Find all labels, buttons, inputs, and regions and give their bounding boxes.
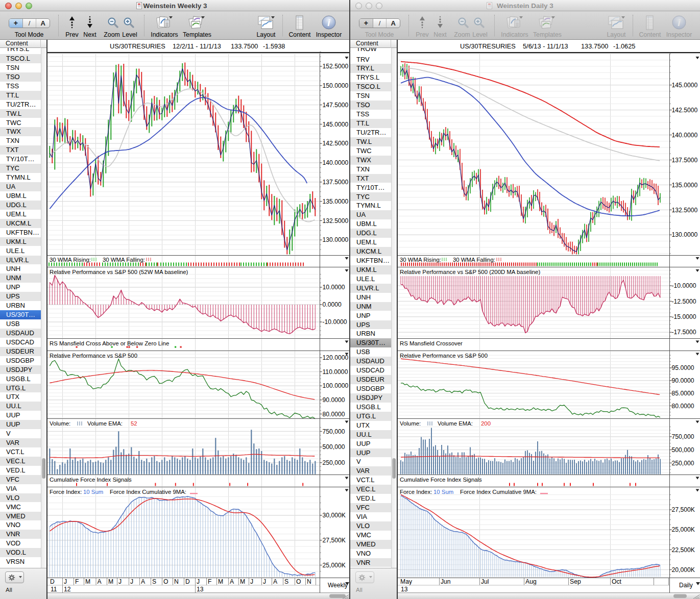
svg-text:10 Sum: 10 Sum [83, 489, 103, 495]
svg-text:10 Sum: 10 Sum [433, 489, 453, 495]
svg-text:RS Mansfield Crossover: RS Mansfield Crossover [400, 340, 463, 346]
svg-text:Weekly: Weekly [328, 582, 348, 589]
svg-text:M: M [240, 578, 245, 585]
svg-text:30 WMA Rising:: 30 WMA Rising: [400, 257, 441, 263]
svg-text:140.0000: 140.0000 [672, 132, 698, 139]
svg-text:Volume:: Volume: [50, 420, 70, 427]
svg-text:100.0000: 100.0000 [323, 382, 349, 389]
svg-text:Volume EMA:: Volume EMA: [438, 420, 473, 427]
svg-text:20,000K: 20,000K [672, 566, 695, 573]
svg-text:27,500K: 27,500K [672, 506, 695, 513]
svg-text:120.0000: 120.0000 [323, 354, 349, 361]
svg-text:D: D [185, 578, 190, 585]
svg-text:13: 13 [401, 586, 408, 593]
svg-text:135.0000: 135.0000 [323, 198, 349, 205]
svg-text:Relative Performance vs S&P 50: Relative Performance vs S&P 500 [400, 353, 488, 359]
svg-text:11: 11 [51, 586, 57, 593]
svg-text:A: A [141, 578, 146, 585]
svg-text:S: S [152, 578, 156, 585]
svg-text:Force Index:: Force Index: [50, 489, 82, 495]
svg-text:110.0000: 110.0000 [323, 368, 348, 376]
svg-text:Cumulative Force Index Signals: Cumulative Force Index Signals [400, 477, 482, 483]
svg-text:J: J [64, 578, 67, 585]
svg-text:-10.0000: -10.0000 [323, 318, 347, 326]
svg-text:25,000K: 25,000K [672, 526, 695, 533]
svg-text:142.5000: 142.5000 [672, 107, 698, 114]
svg-text:25,000K: 25,000K [323, 562, 346, 569]
svg-text:13: 13 [197, 586, 204, 593]
svg-text:Jul: Jul [481, 578, 489, 585]
svg-text:500,000: 500,000 [672, 446, 694, 454]
svg-text:0.0000: 0.0000 [323, 301, 342, 308]
svg-text:Daily: Daily [679, 582, 693, 589]
svg-text:12: 12 [64, 586, 71, 593]
svg-text:52: 52 [131, 420, 137, 427]
svg-text:Volume:: Volume: [400, 420, 421, 427]
svg-text:95.0000: 95.0000 [672, 364, 694, 371]
svg-text:90.0000: 90.0000 [672, 377, 694, 384]
svg-text:O: O [296, 578, 301, 585]
svg-text:10.0000: 10.0000 [323, 284, 345, 291]
svg-text:145.0000: 145.0000 [323, 121, 349, 128]
svg-text:RS Mansfield Cross Above or Be: RS Mansfield Cross Above or Below Zero L… [50, 340, 169, 346]
svg-text:S: S [284, 578, 288, 585]
svg-text:J: J [130, 578, 133, 585]
svg-text:142.5000: 142.5000 [323, 140, 349, 147]
svg-text:80.0000: 80.0000 [323, 411, 345, 418]
svg-text:132.5000: 132.5000 [323, 217, 349, 224]
svg-text:80.0000: 80.0000 [672, 403, 694, 410]
svg-text:Relative Performance vs S&P 50: Relative Performance vs S&P 500 [50, 353, 137, 359]
svg-text:250,000: 250,000 [323, 459, 345, 466]
svg-text:F: F [208, 578, 211, 585]
svg-text:130.0000: 130.0000 [672, 231, 698, 238]
svg-text:Oct: Oct [612, 578, 622, 585]
svg-text:132.5000: 132.5000 [672, 207, 698, 214]
svg-text:Relative Performance vs S&P 50: Relative Performance vs S&P 500 (52W MA … [50, 269, 188, 275]
svg-text:Volume EMA:: Volume EMA: [87, 420, 123, 427]
svg-text:140.0000: 140.0000 [323, 159, 349, 166]
svg-text:30 WMA Rising:: 30 WMA Rising: [50, 257, 91, 263]
svg-text:A: A [98, 578, 102, 585]
svg-text:Jun: Jun [441, 578, 451, 585]
svg-text:-10.0000: -10.0000 [672, 282, 696, 289]
svg-text:500,000: 500,000 [323, 443, 345, 451]
svg-text:Cumulative Force Index Signals: Cumulative Force Index Signals [50, 477, 132, 483]
svg-text:May: May [400, 578, 413, 585]
svg-text:750,000: 750,000 [672, 433, 694, 440]
svg-text:137.5000: 137.5000 [672, 157, 698, 164]
svg-text:152.5000: 152.5000 [323, 63, 349, 70]
svg-text:J: J [118, 578, 122, 585]
svg-text:250,000: 250,000 [672, 460, 694, 467]
svg-text:J: J [263, 578, 266, 585]
svg-text:M: M [108, 578, 113, 585]
svg-text:N: N [307, 578, 311, 585]
svg-text:27,500K: 27,500K [323, 537, 346, 544]
svg-text:200: 200 [481, 420, 491, 427]
svg-text:N: N [174, 578, 179, 585]
svg-text:J: J [197, 578, 200, 585]
svg-text:-12.5000: -12.5000 [672, 298, 696, 305]
svg-text:85.0000: 85.0000 [672, 390, 694, 397]
svg-text:22,500K: 22,500K [672, 546, 695, 554]
svg-text:A: A [273, 578, 278, 585]
svg-text:-15.0000: -15.0000 [672, 313, 696, 320]
svg-text:147.5000: 147.5000 [323, 102, 349, 109]
svg-text:D: D [50, 578, 55, 585]
svg-text:F: F [75, 578, 79, 585]
svg-text:Relative Performance vs S&P 50: Relative Performance vs S&P 500 (200D MA… [400, 269, 540, 275]
svg-text:Sep: Sep [570, 578, 581, 585]
svg-text:30 WMA Falling:: 30 WMA Falling: [453, 257, 495, 263]
svg-text:90.0000: 90.0000 [323, 396, 345, 404]
svg-text:137.5000: 137.5000 [323, 179, 349, 186]
svg-text:135.0000: 135.0000 [672, 182, 698, 189]
svg-text:30,000K: 30,000K [323, 512, 346, 519]
svg-text:Force Index Cumulative 9MA:: Force Index Cumulative 9MA: [110, 489, 186, 495]
svg-text:750,000: 750,000 [323, 428, 345, 435]
svg-text:130.0000: 130.0000 [323, 236, 349, 243]
svg-text:Force Index Cumulative 9MA:: Force Index Cumulative 9MA: [460, 489, 537, 495]
svg-text:Aug: Aug [525, 578, 537, 585]
svg-text:M: M [85, 578, 90, 585]
svg-text:M: M [218, 578, 223, 585]
svg-text:150.0000: 150.0000 [323, 82, 349, 89]
svg-text:Force Index:: Force Index: [400, 489, 432, 495]
